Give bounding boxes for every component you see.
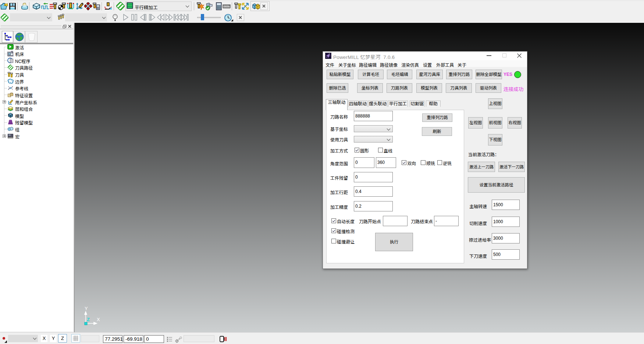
svg-text:Z: Z [87, 317, 90, 322]
svg-text:Y: Y [85, 306, 88, 311]
svg-text:X: X [97, 317, 100, 322]
